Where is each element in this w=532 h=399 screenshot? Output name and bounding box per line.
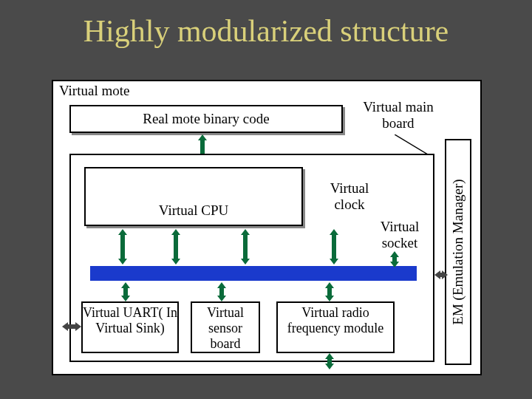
arrow-bus-radio [325,282,334,301]
binary-code-box: Real mote binary code [69,105,343,133]
em-manager-box: EM (Emulation Manager) [445,139,471,365]
virtual-uart-box: Virtual UART( In Virtual Sink) [81,301,179,353]
slide-title: Highly modularized structure [0,13,532,49]
virtual-mainboard-box: Virtual CPU Virtual clock Virtual socket… [69,154,434,362]
virtual-clock-label: Virtual clock [316,180,383,213]
arrow-bus-uart [121,282,130,301]
virtual-cpu-label: Virtual CPU [86,202,301,219]
virtual-mote-container: Virtual mote Real mote binary code Virtu… [52,80,482,375]
em-manager-label: EM (Emulation Manager) [450,179,466,324]
arrow-socket-bus [390,251,399,267]
arrow-cpu-bus-1 [118,229,127,265]
arrow-bus-sensor [217,282,226,301]
arrow-cpu-bus-2 [171,229,180,265]
arrow-cpu-bus-3 [241,229,250,265]
virtual-mote-label: Virtual mote [59,83,129,99]
arrow-radio-out [325,353,334,369]
bus-bar [90,266,417,281]
arrow-clock-bus [330,229,338,265]
virtual-socket-label: Virtual socket [366,219,433,251]
arrow-socket-em [434,270,448,279]
virtual-cpu-box: Virtual CPU [84,167,303,226]
virtual-radio-box: Virtual radio frequency module [276,301,395,353]
virtual-sensor-box: Virtual sensor board [191,301,260,353]
arrow-uart-out [62,322,81,331]
mainboard-label: Virtual main board [358,99,439,132]
